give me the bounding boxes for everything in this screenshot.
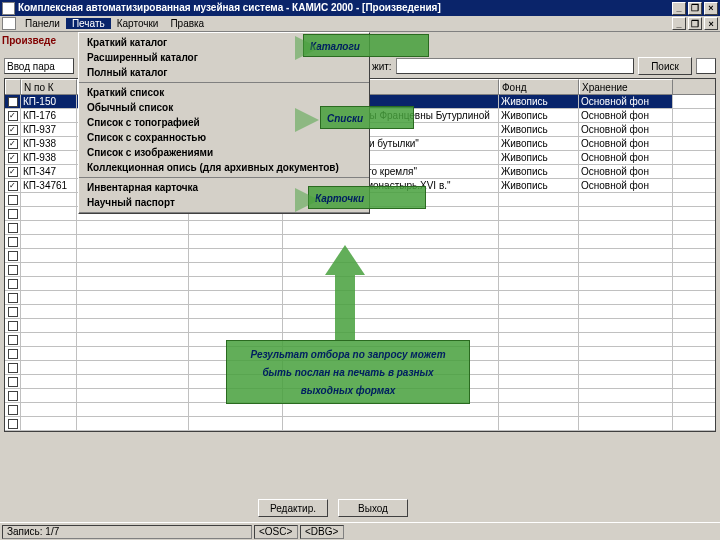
- dropdown-item[interactable]: Краткий список: [79, 85, 369, 100]
- dropdown-item[interactable]: Список с сохранностью: [79, 130, 369, 145]
- col-storage[interactable]: Хранение: [579, 79, 673, 94]
- max-button[interactable]: ❐: [688, 2, 702, 15]
- cell-storage: Основной фон: [579, 179, 673, 192]
- row-check[interactable]: ✓: [5, 179, 21, 192]
- chevron-3: [295, 188, 319, 212]
- chevron-2: [295, 108, 319, 132]
- dropdown-item[interactable]: Коллекционная опись (для архивных докуме…: [79, 160, 369, 175]
- table-row-empty[interactable]: [5, 417, 715, 431]
- callout-lists: Списки: [320, 106, 414, 129]
- cell-id: КП-176: [21, 109, 77, 122]
- callout-catalogs: Каталоги: [303, 34, 429, 57]
- row-check[interactable]: ✓: [5, 151, 21, 164]
- cell-fond: Живопись: [499, 151, 579, 164]
- cell-id: КП-347: [21, 165, 77, 178]
- callout-cards: Карточки: [308, 186, 426, 209]
- row-check[interactable]: ✓: [5, 165, 21, 178]
- status-osc: <OSC>: [254, 525, 298, 539]
- edit-button[interactable]: Редактир.: [258, 499, 328, 517]
- arrow-icon: [325, 245, 365, 340]
- cell-storage: Основной фон: [579, 95, 673, 108]
- col-check[interactable]: [5, 79, 21, 94]
- mdi-close-button[interactable]: ×: [704, 17, 718, 30]
- extra-field[interactable]: [696, 58, 716, 74]
- menu-item-3[interactable]: Правка: [164, 18, 210, 29]
- cell-id: КП-938: [21, 151, 77, 164]
- cell-fond: Живопись: [499, 109, 579, 122]
- cell-fond: Живопись: [499, 137, 579, 150]
- search-button[interactable]: Поиск: [638, 57, 692, 75]
- cell-storage: Основной фон: [579, 151, 673, 164]
- cell-fond: Живопись: [499, 95, 579, 108]
- row-check[interactable]: ✓: [5, 123, 21, 136]
- table-row-empty[interactable]: [5, 403, 715, 417]
- row-check[interactable]: ✓: [5, 137, 21, 150]
- dropdown-item[interactable]: Список с изображениями: [79, 145, 369, 160]
- cell-fond: Живопись: [499, 165, 579, 178]
- menu-item-1[interactable]: Печать: [66, 18, 111, 29]
- min-button[interactable]: _: [672, 2, 686, 15]
- cell-fond: Живопись: [499, 179, 579, 192]
- status-bar: Запись: 1/7 <OSC> <DBG>: [0, 522, 720, 540]
- col-fond[interactable]: Фонд: [499, 79, 579, 94]
- cell-storage: Основной фон: [579, 123, 673, 136]
- search-input[interactable]: [396, 58, 634, 74]
- row-check[interactable]: ✓: [5, 109, 21, 122]
- mdi-max-button[interactable]: ❐: [688, 17, 702, 30]
- menu-item-0[interactable]: Панели: [19, 18, 66, 29]
- table-row-empty[interactable]: [5, 221, 715, 235]
- cell-id: КП-34761: [21, 179, 77, 192]
- menu-item-2[interactable]: Карточки: [111, 18, 165, 29]
- cell-id: КП-150: [21, 95, 77, 108]
- cell-storage: Основной фон: [579, 137, 673, 150]
- window-titlebar: Комплексная автоматизированная музейная …: [0, 0, 720, 16]
- col-id[interactable]: N по К: [21, 79, 77, 94]
- menubar: Панели Печать Карточки Правка _ ❐ ×: [0, 16, 720, 32]
- cell-storage: Основной фон: [579, 109, 673, 122]
- exit-button[interactable]: Выход: [338, 499, 408, 517]
- callout-main: Результат отбора по запросу может быть п…: [226, 340, 470, 404]
- cell-id: КП-938: [21, 137, 77, 150]
- chevron-1: [295, 36, 319, 60]
- cell-fond: Живопись: [499, 123, 579, 136]
- mdi-min-button[interactable]: _: [672, 17, 686, 30]
- dropdown-item[interactable]: Полный каталог: [79, 65, 369, 80]
- row-check[interactable]: ✓: [5, 95, 21, 108]
- app-icon: [2, 2, 15, 15]
- status-record: Запись: 1/7: [2, 525, 252, 539]
- doc-icon: [2, 17, 16, 30]
- close-button[interactable]: ×: [704, 2, 718, 15]
- status-dbg: <DBG>: [300, 525, 344, 539]
- window-title: Комплексная автоматизированная музейная …: [18, 0, 670, 16]
- bottom-button-row: Редактир. Выход: [0, 496, 720, 520]
- contains-label: жит:: [372, 61, 392, 72]
- cell-storage: Основной фон: [579, 165, 673, 178]
- cell-id: КП-937: [21, 123, 77, 136]
- param-field[interactable]: Ввод пара: [4, 58, 74, 74]
